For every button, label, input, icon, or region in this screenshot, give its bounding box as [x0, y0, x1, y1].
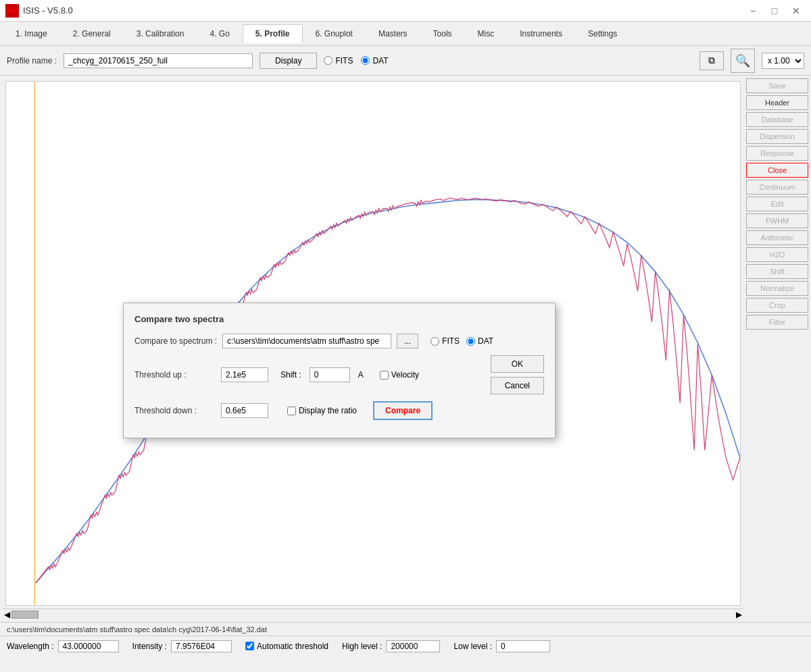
high-level-value[interactable] — [386, 640, 440, 652]
compare-button[interactable]: Compare — [373, 401, 433, 420]
footer-path: c:\users\tim\documents\atm stuff\astro s… — [0, 622, 811, 636]
threshold-up-input[interactable] — [221, 367, 268, 382]
copy-icon: ⧉ — [708, 55, 715, 66]
header-button[interactable]: Header — [746, 95, 808, 110]
dat-radio-label[interactable]: DAT — [361, 56, 388, 66]
compare-to-input[interactable] — [222, 334, 391, 348]
wavelength-item: Wavelength : — [7, 640, 119, 652]
low-level-label: Low level : — [453, 642, 492, 651]
modal-row-compare: Compare to spectrum : ... FITS DAT — [134, 334, 544, 348]
tab-calibration[interactable]: 3. Calibration — [124, 24, 197, 43]
tab-general[interactable]: 2. General — [60, 24, 124, 43]
low-level-value[interactable] — [496, 640, 550, 652]
shift-button[interactable]: Shift — [746, 264, 808, 279]
wavelength-value[interactable] — [58, 640, 119, 652]
fits-radio-label[interactable]: FITS — [324, 56, 353, 66]
modal-fits-radio-label[interactable]: FITS — [431, 336, 460, 346]
footer-path-text: c:\users\tim\documents\atm stuff\astro s… — [7, 625, 267, 634]
display-ratio-checkbox-label[interactable]: Display the ratio — [287, 406, 357, 415]
minimize-button[interactable]: − — [743, 4, 762, 18]
tab-masters[interactable]: Masters — [366, 24, 420, 43]
dispersion-button[interactable]: Dispersion — [746, 129, 808, 144]
chart-scrollbar[interactable]: ◀ ▶ — [3, 609, 743, 619]
fits-label: FITS — [335, 56, 353, 66]
menu-tabs: 1. Image 2. General 3. Calibration 4. Go… — [0, 22, 811, 46]
tab-tools[interactable]: Tools — [420, 24, 465, 43]
tab-profile[interactable]: 5. Profile — [243, 24, 303, 43]
angstrom-label: A — [358, 370, 364, 380]
scroll-left-icon: ◀ — [4, 610, 10, 619]
arithmetic-button[interactable]: Arithmetic — [746, 230, 808, 245]
response-button[interactable]: Response — [746, 146, 808, 161]
app-title: ISIS - V5.8.0 — [23, 5, 73, 16]
low-level-item: Low level : — [453, 640, 550, 652]
save-button[interactable]: Save — [746, 78, 808, 93]
auto-threshold-checkbox[interactable] — [245, 642, 254, 650]
close-button[interactable]: Close — [746, 163, 808, 178]
modal-dat-radio[interactable] — [466, 337, 475, 346]
velocity-checkbox-label[interactable]: Velocity — [380, 370, 419, 380]
modal-overlay: Compare two spectra Compare to spectrum … — [6, 82, 740, 605]
status-bar: Wavelength : Intensity : Automatic thres… — [0, 636, 811, 656]
crop-button[interactable]: Crop — [746, 298, 808, 313]
dat-radio[interactable] — [361, 56, 370, 65]
title-bar: ISIS ISIS - V5.8.0 − □ ✕ — [0, 0, 811, 22]
high-level-item: High level : — [342, 640, 440, 652]
display-button[interactable]: Display — [260, 53, 317, 69]
threshold-up-label: Threshold up : — [134, 370, 216, 380]
intensity-label: Intensity : — [132, 642, 167, 651]
velocity-label: Velocity — [391, 370, 419, 380]
format-radio-group: FITS DAT — [324, 56, 388, 66]
cancel-button[interactable]: Cancel — [491, 377, 544, 394]
compare-spectra-modal: Compare two spectra Compare to spectrum … — [123, 303, 556, 438]
fits-radio[interactable] — [324, 56, 333, 65]
scroll-thumb[interactable] — [11, 611, 39, 619]
tab-gnuplot[interactable]: 6. Gnuplot — [303, 24, 366, 43]
maximize-button[interactable]: □ — [765, 4, 784, 18]
shift-label: Shift : — [280, 370, 301, 380]
fwhm-button[interactable]: FWHM — [746, 213, 808, 228]
main-layout: Compare two spectra Compare to spectrum … — [0, 76, 811, 622]
edit-button[interactable]: Edit — [746, 197, 808, 211]
ok-button[interactable]: OK — [491, 355, 544, 373]
compare-to-label: Compare to spectrum : — [134, 336, 217, 346]
close-button[interactable]: ✕ — [787, 4, 806, 18]
intensity-item: Intensity : — [132, 640, 232, 652]
modal-format-group: FITS DAT — [431, 336, 493, 346]
sidebar: Save Header Database Dispersion Response… — [743, 76, 811, 622]
modal-dat-label: DAT — [478, 336, 493, 346]
modal-dat-radio-label[interactable]: DAT — [466, 336, 493, 346]
dat-label: DAT — [372, 56, 388, 66]
zoom-select[interactable]: x 1.00 x 0.50 x 2.00 — [762, 53, 804, 69]
modal-title: Compare two spectra — [134, 314, 544, 324]
threshold-down-label: Threshold down : — [134, 406, 216, 415]
filter-button[interactable]: Filter — [746, 315, 808, 330]
profile-name-input[interactable] — [64, 53, 253, 68]
auto-threshold-label: Automatic threshold — [257, 642, 328, 651]
tab-instruments[interactable]: Instruments — [507, 24, 575, 43]
scroll-right-icon: ▶ — [736, 610, 742, 619]
modal-row-threshold-up: Threshold up : Shift : A Velocity OK — [134, 355, 544, 394]
browse-button[interactable]: ... — [397, 334, 418, 348]
copy-button[interactable]: ⧉ — [699, 51, 724, 70]
modal-fits-label: FITS — [442, 336, 460, 346]
folder-button[interactable]: 🔍 — [731, 49, 755, 73]
h2o-button[interactable]: H2O — [746, 247, 808, 262]
display-ratio-checkbox[interactable] — [287, 407, 296, 415]
app-icon: ISIS — [5, 4, 19, 18]
database-button[interactable]: Database — [746, 112, 808, 127]
continuum-button[interactable]: Continuum — [746, 180, 808, 195]
tab-go[interactable]: 4. Go — [197, 24, 242, 43]
normalize-button[interactable]: Normalize — [746, 281, 808, 296]
wavelength-label: Wavelength : — [7, 642, 54, 651]
display-ratio-label: Display the ratio — [299, 406, 357, 415]
intensity-value[interactable] — [171, 640, 232, 652]
threshold-down-input[interactable] — [221, 403, 268, 418]
tab-image[interactable]: 1. Image — [3, 24, 60, 43]
modal-fits-radio[interactable] — [431, 337, 439, 346]
high-level-label: High level : — [342, 642, 382, 651]
velocity-checkbox[interactable] — [380, 371, 389, 380]
shift-input[interactable] — [310, 367, 350, 382]
tab-misc[interactable]: Misc — [465, 24, 508, 43]
tab-settings[interactable]: Settings — [575, 24, 630, 43]
